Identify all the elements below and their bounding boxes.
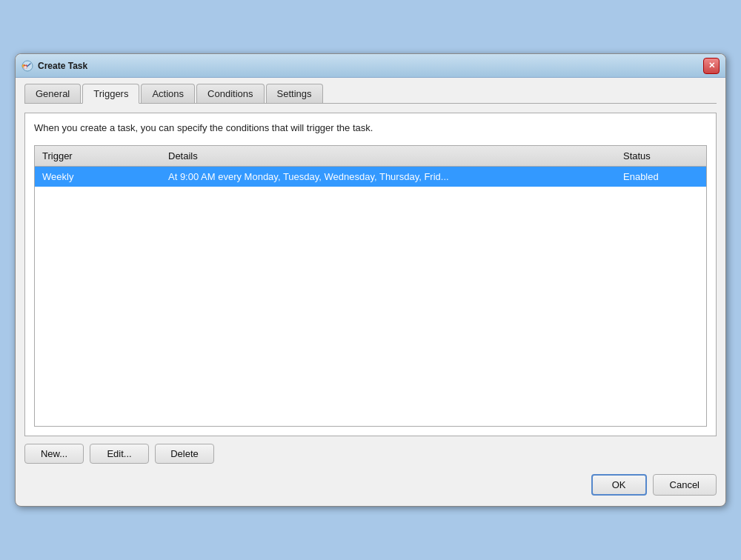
cell-details: At 9:00 AM every Monday, Tuesday, Wednes… [165, 170, 620, 184]
tab-conditions[interactable]: Conditions [196, 84, 264, 103]
create-task-dialog: ⏰ Create Task ✕ General Triggers Actions… [15, 53, 726, 507]
cell-trigger: Weekly [39, 170, 165, 184]
svg-text:⏰: ⏰ [23, 64, 28, 70]
description-text: When you create a task, you can specify … [34, 122, 707, 133]
column-header-trigger: Trigger [39, 149, 165, 163]
cancel-button[interactable]: Cancel [653, 474, 717, 496]
dialog-icon: ⏰ [21, 60, 33, 72]
column-header-status: Status [620, 149, 702, 163]
tab-bar: General Triggers Actions Conditions Sett… [24, 84, 717, 104]
content-area: When you create a task, you can specify … [24, 113, 717, 436]
ok-button[interactable]: OK [591, 474, 647, 496]
column-header-details: Details [165, 149, 620, 163]
new-button[interactable]: New... [24, 444, 84, 464]
action-buttons: New... Edit... Delete [24, 444, 717, 464]
tab-general[interactable]: General [24, 84, 81, 103]
tab-settings[interactable]: Settings [266, 84, 323, 103]
dialog-body: General Triggers Actions Conditions Sett… [16, 78, 725, 506]
cell-status: Enabled [620, 170, 702, 184]
tab-actions[interactable]: Actions [141, 84, 195, 103]
delete-button[interactable]: Delete [155, 444, 214, 464]
table-row[interactable]: Weekly At 9:00 AM every Monday, Tuesday,… [35, 167, 706, 187]
title-bar: ⏰ Create Task ✕ [16, 54, 725, 78]
close-button[interactable]: ✕ [703, 58, 720, 74]
table-body: Weekly At 9:00 AM every Monday, Tuesday,… [35, 167, 706, 426]
triggers-table: Trigger Details Status Weekly At 9:00 AM… [34, 145, 707, 427]
table-header: Trigger Details Status [35, 146, 706, 167]
tab-triggers[interactable]: Triggers [82, 84, 139, 104]
footer-buttons: OK Cancel [24, 471, 717, 497]
dialog-title: Create Task [38, 61, 703, 71]
edit-button[interactable]: Edit... [90, 444, 149, 464]
